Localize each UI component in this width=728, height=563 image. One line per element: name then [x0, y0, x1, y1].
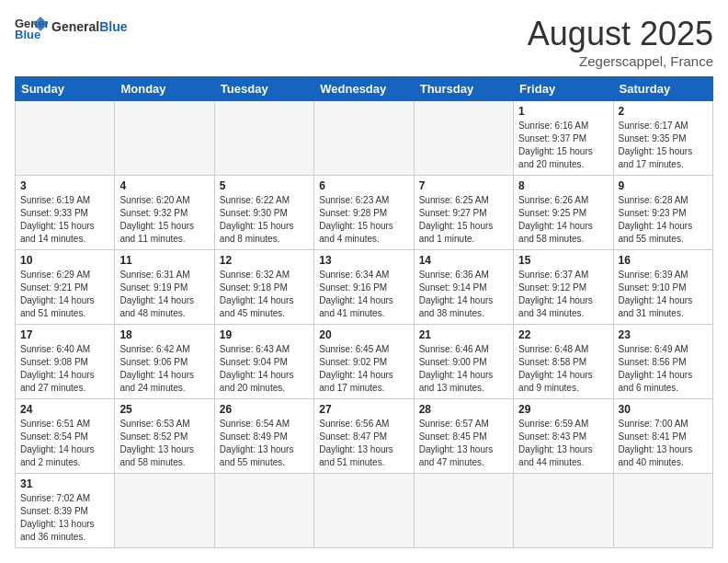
calendar-cell: 7Sunrise: 6:25 AM Sunset: 9:27 PM Daylig… [414, 176, 513, 250]
day-number: 22 [518, 328, 608, 341]
calendar-table: SundayMondayTuesdayWednesdayThursdayFrid… [15, 76, 713, 548]
weekday-header-monday: Monday [115, 77, 214, 101]
day-number: 17 [20, 328, 109, 341]
calendar-header-row: SundayMondayTuesdayWednesdayThursdayFrid… [16, 77, 713, 101]
logo-general-text: General [51, 19, 99, 34]
calendar-cell [314, 474, 414, 548]
day-number: 8 [518, 179, 608, 192]
day-number: 31 [20, 477, 109, 490]
calendar-cell: 26Sunrise: 6:54 AM Sunset: 8:49 PM Dayli… [214, 399, 313, 474]
calendar-cell: 30Sunrise: 7:00 AM Sunset: 8:41 PM Dayli… [613, 399, 712, 474]
calendar-cell: 12Sunrise: 6:32 AM Sunset: 9:18 PM Dayli… [214, 250, 313, 325]
calendar-cell: 14Sunrise: 6:36 AM Sunset: 9:14 PM Dayli… [414, 250, 513, 325]
day-number: 4 [119, 179, 209, 192]
day-info: Sunrise: 6:42 AM Sunset: 9:06 PM Dayligh… [119, 343, 209, 395]
day-info: Sunrise: 6:43 AM Sunset: 9:04 PM Dayligh… [220, 343, 309, 395]
day-number: 21 [419, 328, 508, 341]
calendar-cell [115, 101, 214, 176]
day-info: Sunrise: 6:36 AM Sunset: 9:14 PM Dayligh… [419, 269, 508, 320]
weekday-header-sunday: Sunday [16, 77, 115, 101]
calendar-week-row: 3Sunrise: 6:19 AM Sunset: 9:33 PM Daylig… [16, 176, 713, 250]
calendar-week-row: 17Sunrise: 6:40 AM Sunset: 9:08 PM Dayli… [16, 325, 713, 399]
calendar-cell [115, 474, 214, 548]
calendar-cell [414, 474, 513, 548]
calendar-cell [16, 101, 115, 176]
weekday-header-wednesday: Wednesday [314, 77, 414, 101]
weekday-header-saturday: Saturday [613, 77, 712, 101]
calendar-cell: 2Sunrise: 6:17 AM Sunset: 9:35 PM Daylig… [613, 101, 712, 176]
calendar-cell: 1Sunrise: 6:16 AM Sunset: 9:37 PM Daylig… [514, 101, 613, 176]
logo: General Blue GeneralBlue [15, 15, 127, 40]
day-info: Sunrise: 6:19 AM Sunset: 9:33 PM Dayligh… [20, 194, 109, 246]
day-info: Sunrise: 6:40 AM Sunset: 9:08 PM Dayligh… [20, 343, 109, 395]
day-number: 30 [619, 403, 708, 416]
day-info: Sunrise: 6:59 AM Sunset: 8:43 PM Dayligh… [518, 418, 608, 469]
day-number: 9 [619, 179, 708, 192]
svg-text:Blue: Blue [15, 28, 40, 40]
title-block: August 2025 Zegerscappel, France [528, 15, 713, 69]
calendar-cell: 20Sunrise: 6:45 AM Sunset: 9:02 PM Dayli… [314, 325, 414, 399]
day-number: 16 [619, 254, 708, 267]
day-number: 23 [619, 328, 708, 341]
day-info: Sunrise: 6:49 AM Sunset: 8:56 PM Dayligh… [619, 343, 708, 395]
day-number: 25 [119, 403, 209, 416]
day-info: Sunrise: 6:45 AM Sunset: 9:02 PM Dayligh… [319, 343, 408, 395]
calendar-cell [613, 474, 712, 548]
day-number: 29 [518, 403, 608, 416]
day-number: 2 [619, 105, 708, 118]
day-info: Sunrise: 6:23 AM Sunset: 9:28 PM Dayligh… [319, 194, 408, 246]
calendar-cell: 31Sunrise: 7:02 AM Sunset: 8:39 PM Dayli… [16, 474, 115, 548]
day-number: 20 [319, 328, 408, 341]
day-number: 27 [319, 403, 408, 416]
day-info: Sunrise: 6:16 AM Sunset: 9:37 PM Dayligh… [518, 120, 608, 171]
calendar-cell [214, 474, 313, 548]
day-info: Sunrise: 6:54 AM Sunset: 8:49 PM Dayligh… [220, 418, 309, 469]
weekday-header-tuesday: Tuesday [214, 77, 313, 101]
calendar-cell: 24Sunrise: 6:51 AM Sunset: 8:54 PM Dayli… [16, 399, 115, 474]
calendar-cell: 25Sunrise: 6:53 AM Sunset: 8:52 PM Dayli… [115, 399, 214, 474]
calendar-cell: 13Sunrise: 6:34 AM Sunset: 9:16 PM Dayli… [314, 250, 414, 325]
day-info: Sunrise: 6:37 AM Sunset: 9:12 PM Dayligh… [518, 269, 608, 320]
weekday-header-thursday: Thursday [414, 77, 513, 101]
day-info: Sunrise: 6:31 AM Sunset: 9:19 PM Dayligh… [119, 269, 209, 320]
location-subtitle: Zegerscappel, France [528, 53, 713, 69]
calendar-week-row: 1Sunrise: 6:16 AM Sunset: 9:37 PM Daylig… [16, 101, 713, 176]
calendar-cell: 16Sunrise: 6:39 AM Sunset: 9:10 PM Dayli… [613, 250, 712, 325]
month-year-title: August 2025 [528, 15, 713, 53]
day-info: Sunrise: 7:02 AM Sunset: 8:39 PM Dayligh… [20, 492, 109, 544]
day-number: 26 [220, 403, 309, 416]
day-info: Sunrise: 6:53 AM Sunset: 8:52 PM Dayligh… [119, 418, 209, 469]
day-number: 18 [119, 328, 209, 341]
logo-icon: General Blue [15, 15, 48, 40]
day-number: 10 [20, 254, 109, 267]
day-info: Sunrise: 6:39 AM Sunset: 9:10 PM Dayligh… [619, 269, 708, 320]
calendar-cell: 22Sunrise: 6:48 AM Sunset: 8:58 PM Dayli… [514, 325, 613, 399]
day-number: 1 [518, 105, 608, 118]
logo-blue-text: Blue [99, 19, 127, 34]
calendar-cell: 8Sunrise: 6:26 AM Sunset: 9:25 PM Daylig… [514, 176, 613, 250]
day-number: 3 [20, 179, 109, 192]
calendar-cell [214, 101, 313, 176]
day-info: Sunrise: 6:29 AM Sunset: 9:21 PM Dayligh… [20, 269, 109, 320]
calendar-cell [414, 101, 513, 176]
calendar-week-row: 31Sunrise: 7:02 AM Sunset: 8:39 PM Dayli… [16, 474, 713, 548]
calendar-week-row: 10Sunrise: 6:29 AM Sunset: 9:21 PM Dayli… [16, 250, 713, 325]
day-number: 5 [220, 179, 309, 192]
calendar-cell [314, 101, 414, 176]
day-number: 15 [518, 254, 608, 267]
day-info: Sunrise: 6:22 AM Sunset: 9:30 PM Dayligh… [220, 194, 309, 246]
calendar-cell: 3Sunrise: 6:19 AM Sunset: 9:33 PM Daylig… [16, 176, 115, 250]
day-info: Sunrise: 6:25 AM Sunset: 9:27 PM Dayligh… [419, 194, 508, 246]
calendar-cell: 9Sunrise: 6:28 AM Sunset: 9:23 PM Daylig… [613, 176, 712, 250]
calendar-cell: 15Sunrise: 6:37 AM Sunset: 9:12 PM Dayli… [514, 250, 613, 325]
day-number: 14 [419, 254, 508, 267]
day-number: 12 [220, 254, 309, 267]
day-info: Sunrise: 6:32 AM Sunset: 9:18 PM Dayligh… [220, 269, 309, 320]
day-info: Sunrise: 6:17 AM Sunset: 9:35 PM Dayligh… [619, 120, 708, 171]
calendar-cell: 17Sunrise: 6:40 AM Sunset: 9:08 PM Dayli… [16, 325, 115, 399]
calendar-cell [514, 474, 613, 548]
day-info: Sunrise: 6:51 AM Sunset: 8:54 PM Dayligh… [20, 418, 109, 469]
day-number: 24 [20, 403, 109, 416]
calendar-cell: 6Sunrise: 6:23 AM Sunset: 9:28 PM Daylig… [314, 176, 414, 250]
calendar-cell: 23Sunrise: 6:49 AM Sunset: 8:56 PM Dayli… [613, 325, 712, 399]
